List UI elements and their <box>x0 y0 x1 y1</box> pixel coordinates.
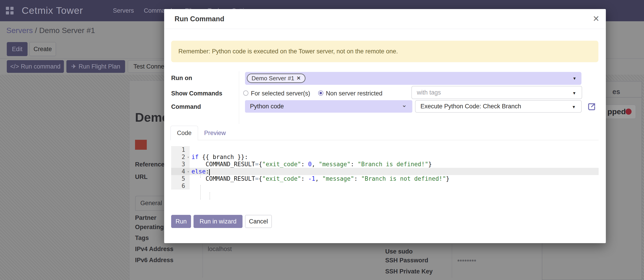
radio-non-server-restricted-label[interactable]: Non server restricted <box>326 90 382 97</box>
code-text <box>190 146 192 153</box>
ssh-private-key-label: SSH Private Key <box>385 268 433 275</box>
partner-label: Partner <box>135 214 156 221</box>
fold-caret-icon[interactable]: ▾ <box>187 168 189 175</box>
ipv4-label: IPv4 Address <box>135 246 174 253</box>
code-line[interactable]: 2▾if {{ branch }}: <box>171 153 598 161</box>
code-editor[interactable]: 12▾if {{ branch }}:3 COMMAND_RESULT={"ex… <box>171 146 598 201</box>
caret-down-icon[interactable]: ▼ <box>572 76 576 81</box>
code-line[interactable]: 5 COMMAND_RESULT={"exit_code": -1, "mess… <box>171 175 598 182</box>
tab-preview[interactable]: Preview <box>200 126 230 140</box>
indent-guide <box>200 171 201 178</box>
notes-card-header: es <box>612 88 620 96</box>
ipv4-value: localhost <box>208 246 232 253</box>
indent-guide <box>210 192 210 200</box>
text-cursor <box>209 169 210 176</box>
ipv6-label: IPv6 Address <box>135 257 174 264</box>
command-select[interactable]: Execute Python Code: Check Branch ▼ <box>415 100 582 113</box>
status-red-dot-icon <box>626 108 632 115</box>
server-status-text: pped <box>608 107 626 116</box>
chevron-down-icon: ⌄ <box>402 101 407 108</box>
left-column-divider <box>202 244 203 278</box>
code-editor-lines: 12▾if {{ branch }}:3 COMMAND_RESULT={"ex… <box>171 146 598 190</box>
tags-label: Tags <box>135 234 149 241</box>
run-button[interactable]: Run <box>171 215 191 228</box>
indent-guide <box>200 185 201 200</box>
tab-general[interactable]: General <box>135 196 167 210</box>
tab-bar-line <box>170 140 598 140</box>
general-tab-underline <box>135 210 167 211</box>
cancel-button[interactable]: Cancel <box>245 215 272 228</box>
reference-label: Reference <box>135 161 164 168</box>
edit-button[interactable]: Edit <box>7 42 28 56</box>
python-warning-banner: Remember: Python code is executed on the… <box>171 41 598 62</box>
operating-label: Operating <box>135 224 164 231</box>
code-text <box>190 182 192 190</box>
run-on-multiselect[interactable]: Demo Server #1 ✕ ▼ <box>245 72 582 85</box>
close-icon[interactable]: ✕ <box>593 14 600 24</box>
url-label: URL <box>135 174 148 181</box>
radio-non-server-restricted[interactable] <box>318 90 323 96</box>
command-label: Command <box>171 103 201 110</box>
with-tags-select[interactable]: with tags ▼ <box>412 86 582 99</box>
label-field-separator <box>239 71 239 124</box>
paper-plane-icon: ✈ <box>71 63 76 70</box>
app-brand: Cetmix Tower <box>22 5 83 16</box>
use-sudo-label: Use sudo <box>385 248 413 255</box>
breadcrumb: Servers / Demo Server #1 <box>6 26 95 35</box>
code-line[interactable]: 6 <box>171 182 598 190</box>
caret-down-icon: ▼ <box>572 105 576 109</box>
code-line[interactable]: 3 COMMAND_RESULT={"exit_code": 0, "messa… <box>171 161 598 168</box>
run-command-button[interactable]: </> Run command <box>7 60 64 73</box>
server-tag-label: Demo Server #1 <box>252 75 294 82</box>
color-swatch[interactable] <box>135 140 147 150</box>
ssh-password-value: ******** <box>457 258 476 265</box>
code-text: COMMAND_RESULT={"exit_code": -1, "messag… <box>190 175 450 182</box>
breadcrumb-separator: / <box>33 26 39 35</box>
show-commands-label: Show Commands <box>171 90 222 97</box>
code-line[interactable]: 1 <box>171 146 598 153</box>
code-line[interactable]: 4▾else: <box>171 168 598 175</box>
fold-caret-icon[interactable]: ▾ <box>187 154 189 161</box>
radio-for-selected-servers[interactable] <box>243 90 248 96</box>
run-flight-plan-button[interactable]: ✈ Run Flight Plan <box>66 60 125 73</box>
ssh-password-label: SSH Password <box>385 257 428 264</box>
modal-title: Run Command <box>174 15 224 23</box>
caret-down-icon: ▼ <box>572 91 576 96</box>
code-text: COMMAND_RESULT={"exit_code": 0, "message… <box>190 161 432 168</box>
code-brackets-icon: </> <box>10 63 19 70</box>
line-number: 2▾ <box>171 153 190 161</box>
line-number: 5 <box>171 175 190 182</box>
run-command-modal: Run Command ✕ Remember: Python code is e… <box>164 9 606 243</box>
tab-code[interactable]: Code <box>170 126 198 140</box>
create-button[interactable]: Create <box>29 42 56 56</box>
breadcrumb-servers-link[interactable]: Servers <box>6 26 33 35</box>
tag-remove-icon[interactable]: ✕ <box>296 75 300 81</box>
code-text: if {{ branch }}: <box>190 153 248 161</box>
warning-text: Remember: Python code is executed on the… <box>178 48 398 55</box>
breadcrumb-current: Demo Server #1 <box>39 26 95 35</box>
line-number: 1 <box>171 146 190 153</box>
line-number: 3 <box>171 161 190 168</box>
run-in-wizard-button[interactable]: Run in wizard <box>194 215 242 228</box>
run-on-label: Run on <box>171 75 192 82</box>
external-link-icon[interactable] <box>587 102 596 111</box>
command-value: Execute Python Code: Check Branch <box>420 103 521 110</box>
with-tags-placeholder: with tags <box>417 89 441 96</box>
server-tag[interactable]: Demo Server #1 ✕ <box>247 73 306 83</box>
nav-item-servers[interactable]: Servers <box>113 7 134 14</box>
modal-header: Run Command ✕ <box>164 9 606 29</box>
command-type-select[interactable]: Python code ⌄ <box>245 100 412 113</box>
command-type-value: Python code <box>250 103 284 110</box>
line-number: 6 <box>171 182 190 190</box>
right-column-divider <box>452 244 452 278</box>
code-text: else: <box>190 168 209 175</box>
line-number: 4▾ <box>171 168 190 175</box>
apps-menu-icon[interactable] <box>6 7 14 15</box>
radio-for-selected-servers-label[interactable]: For selected server(s) <box>251 90 310 97</box>
